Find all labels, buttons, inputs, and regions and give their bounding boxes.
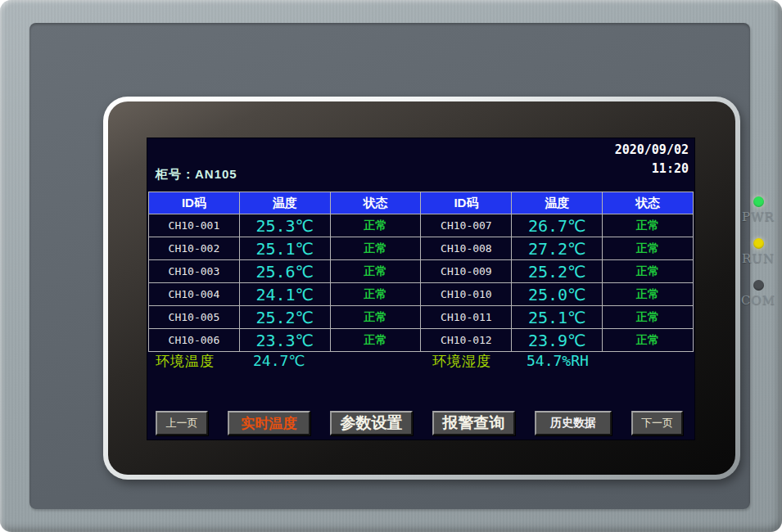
device-inner-panel: 2020/09/02 11:20 柜号：AN105 ID码温度状态ID码温度状态… (29, 23, 750, 509)
column-header: 状态 (330, 192, 421, 214)
temperature-value: 26.7℃ (512, 214, 603, 237)
next-page-button[interactable]: 下一页 (631, 411, 683, 435)
channel-id: CH10-002 (149, 237, 240, 260)
param-settings-button[interactable]: 参数设置 (330, 411, 413, 435)
column-header: 温度 (512, 192, 603, 214)
realtime-temp-button[interactable]: 实时温度 (228, 411, 310, 435)
temperature-value: 25.6℃ (239, 260, 330, 283)
temperature-value: 25.0℃ (512, 283, 603, 306)
table-header-row: ID码温度状态ID码温度状态 (149, 192, 694, 214)
com-led-label: COM (737, 293, 780, 308)
channel-id: CH10-007 (421, 214, 512, 237)
ambient-humidity-label: 环境湿度 (432, 352, 491, 371)
temperature-value: 23.3℃ (239, 329, 330, 352)
status-value: 正常 (330, 306, 421, 329)
temperature-value: 25.1℃ (512, 306, 603, 329)
status-value: 正常 (603, 237, 694, 260)
temperature-value: 25.2℃ (512, 260, 603, 283)
pwr-led-label: PWR (737, 210, 780, 224)
channel-id: CH10-008 (421, 237, 512, 260)
channel-id: CH10-005 (149, 306, 240, 329)
com-led-icon (753, 280, 764, 291)
temperature-value: 24.1℃ (239, 283, 330, 306)
ambient-readings: 环境温度 24.7℃ 环境湿度 54.7%RH (147, 352, 695, 372)
column-header: ID码 (421, 192, 512, 214)
nav-button-bar: 上一页实时温度参数设置报警查询历史数据下一页 (156, 411, 683, 435)
channel-id: CH10-003 (149, 260, 240, 283)
ambient-temp-label: 环境温度 (156, 352, 215, 371)
status-value: 正常 (330, 260, 421, 283)
time-display: 11:20 (615, 160, 689, 178)
table-row: CH10-00125.3℃正常CH10-00726.7℃正常 (149, 214, 694, 237)
status-value: 正常 (603, 260, 694, 283)
status-value: 正常 (330, 237, 421, 260)
channel-id: CH10-011 (421, 306, 512, 329)
status-value: 正常 (603, 306, 694, 329)
channel-id: CH10-012 (421, 329, 512, 352)
ambient-temp-value: 24.7℃ (253, 352, 305, 369)
alarm-query-button[interactable]: 报警查询 (432, 411, 515, 435)
channel-id: CH10-006 (149, 329, 240, 352)
column-header: 温度 (239, 192, 330, 214)
run-led-icon (753, 238, 764, 249)
channel-id: CH10-001 (149, 214, 240, 237)
status-value: 正常 (330, 329, 421, 352)
hmi-device: 2020/09/02 11:20 柜号：AN105 ID码温度状态ID码温度状态… (0, 0, 782, 532)
column-header: ID码 (149, 192, 240, 214)
temperature-value: 23.9℃ (512, 329, 603, 352)
status-value: 正常 (603, 214, 694, 237)
led-block-pwr: PWR (737, 196, 780, 224)
table-row: CH10-00225.1℃正常CH10-00827.2℃正常 (149, 237, 694, 260)
table-row: CH10-00525.2℃正常CH10-01125.1℃正常 (149, 306, 694, 329)
datetime-display: 2020/09/02 11:20 (615, 141, 689, 178)
table-row: CH10-00424.1℃正常CH10-01025.0℃正常 (149, 283, 694, 306)
channel-id: CH10-009 (421, 260, 512, 283)
history-data-button[interactable]: 历史数据 (535, 411, 612, 435)
status-value: 正常 (603, 329, 694, 352)
table-row: CH10-00623.3℃正常CH10-01223.9℃正常 (149, 329, 694, 352)
channel-id: CH10-010 (421, 283, 512, 306)
temperature-table: ID码温度状态ID码温度状态 CH10-00125.3℃正常CH10-00726… (148, 192, 694, 352)
led-block-com: COM (737, 280, 780, 308)
screen-bezel: 2020/09/02 11:20 柜号：AN105 ID码温度状态ID码温度状态… (108, 101, 735, 475)
channel-id: CH10-004 (149, 283, 240, 306)
status-value: 正常 (330, 214, 421, 237)
pwr-led-icon (753, 196, 764, 207)
ambient-humidity-value: 54.7%RH (527, 352, 589, 369)
run-led-label: RUN (737, 251, 780, 266)
status-value: 正常 (330, 283, 421, 306)
prev-page-button[interactable]: 上一页 (156, 411, 208, 435)
temperature-value: 25.1℃ (239, 237, 330, 260)
cabinet-number-label: 柜号：AN105 (156, 167, 237, 183)
screenshot-stage: 2020/09/02 11:20 柜号：AN105 ID码温度状态ID码温度状态… (0, 0, 782, 532)
led-block-run: RUN (737, 238, 780, 266)
lcd-screen: 2020/09/02 11:20 柜号：AN105 ID码温度状态ID码温度状态… (147, 138, 695, 440)
screen-frame: 2020/09/02 11:20 柜号：AN105 ID码温度状态ID码温度状态… (103, 97, 740, 480)
temperature-value: 25.2℃ (239, 306, 330, 329)
temperature-value: 25.3℃ (239, 214, 330, 237)
temperature-value: 27.2℃ (512, 237, 603, 260)
led-indicator-panel: PWRRUNCOM (737, 196, 780, 322)
status-value: 正常 (603, 283, 694, 306)
date-display: 2020/09/02 (615, 141, 689, 160)
column-header: 状态 (603, 192, 694, 214)
table-row: CH10-00325.6℃正常CH10-00925.2℃正常 (149, 260, 694, 283)
